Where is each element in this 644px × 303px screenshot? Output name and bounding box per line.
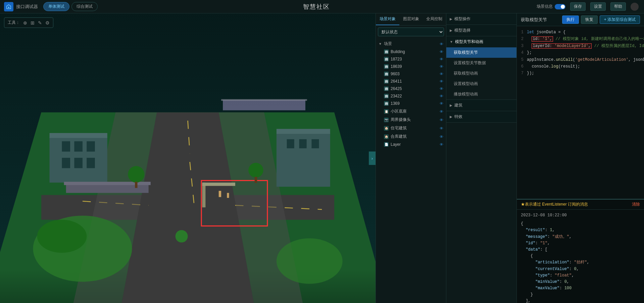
log-timestamp: 2023-12-08 10:22:00 <box>521 212 640 219</box>
tree-item-building[interactable]: 🏢 Building 👁 <box>376 48 446 55</box>
tree-item-perimeter-camera[interactable]: 📷 周界摄像头 👁 <box>376 116 446 124</box>
tree-item-9603[interactable]: 🏢 9603 👁 <box>376 70 446 78</box>
item-9603-eye[interactable]: 👁 <box>440 72 443 76</box>
warehouse-icon: 🏠 <box>384 134 389 139</box>
svg-rect-26 <box>299 139 307 148</box>
item-26411-icon: 🏢 <box>384 79 389 84</box>
tool-grid-icon[interactable]: ⊞ <box>31 20 35 26</box>
item-1369-eye[interactable]: 👁 <box>440 101 443 105</box>
help-button[interactable]: 帮助 <box>610 2 626 11</box>
tab-integration-test[interactable]: 综合测试 <box>71 2 98 11</box>
tree-item-23422[interactable]: 🏢 23422 👁 <box>376 92 446 100</box>
restore-button[interactable]: 恢复 <box>581 15 598 24</box>
tab-scene-objects[interactable]: 场景对象 <box>376 13 399 25</box>
code-buttons: 执行 恢复 + 添加至综合测试 <box>562 15 640 24</box>
run-button[interactable]: 执行 <box>562 15 579 24</box>
arrow-icon: ▶ <box>450 17 452 21</box>
api-item-set-animation[interactable]: 设置模型动画 <box>446 79 516 89</box>
perimeter-camera-eye[interactable]: 👁 <box>440 118 443 122</box>
code-line-5: 5 appInstance.uniCall('getModelArticulat… <box>517 56 644 63</box>
item-18639-icon: 🏢 <box>384 64 389 69</box>
api-group-header-model-select[interactable]: ▶ 模型选择 <box>446 25 516 36</box>
item-18639-eye[interactable]: 👁 <box>440 64 443 69</box>
residential-icon: 🏠 <box>384 126 389 131</box>
code-line-2: 2 id: '1', // 模型对象 id, 新建时调用者自己传入的唯一标识, <box>517 36 644 42</box>
tab-unit-test[interactable]: 单体测试 <box>43 2 69 11</box>
tool-crosshair-icon[interactable]: ⊕ <box>23 20 27 26</box>
item-26411-eye[interactable]: 👁 <box>440 79 443 83</box>
api-group-articulation: ▼ 模型关节和动画 获取模型关节 设置模型关节数据 获取模型动画 设置模型动画 … <box>446 36 516 100</box>
item-23422-eye[interactable]: 👁 <box>440 94 443 98</box>
api-group-header-articulation[interactable]: ▼ 模型关节和动画 <box>446 36 516 47</box>
tree-item-26425[interactable]: 🏢 26425 👁 <box>376 85 446 92</box>
svg-rect-19 <box>87 141 95 152</box>
item-18723-icon: 🏢 <box>384 57 389 61</box>
code-header: 获取模型关节 执行 恢复 + 添加至综合测试 <box>517 13 644 26</box>
tool-pen-icon[interactable]: ✎ <box>38 20 42 26</box>
community-base-eye[interactable]: 👁 <box>440 110 443 114</box>
tree-item-community-base[interactable]: 📋 小区底座 👁 <box>376 107 446 116</box>
code-editor[interactable]: 1 let jsonData = { 2 id: '1', // 模型对象 id… <box>517 26 644 199</box>
tab-global-control[interactable]: 全局控制 <box>423 13 446 25</box>
api-group-header-building[interactable]: ▶ 建筑 <box>446 100 516 111</box>
topbar-left: 接口调试器 单体测试 综合测试 <box>0 2 102 11</box>
item-26425-eye[interactable]: 👁 <box>440 87 443 91</box>
layer-icon: 📄 <box>384 142 389 147</box>
api-group-model-select: ▶ 模型选择 <box>446 25 516 36</box>
scene-eye-icon[interactable]: 👁 <box>440 42 443 46</box>
svg-rect-40 <box>255 177 257 183</box>
toggle-switch[interactable] <box>555 4 565 9</box>
scene-3d <box>0 13 376 303</box>
api-item-get-articulation[interactable]: 获取模型关节 <box>446 47 516 58</box>
tree-item-residential[interactable]: 🏠 住宅建筑 👁 <box>376 124 446 132</box>
svg-rect-30 <box>202 183 206 208</box>
community-base-icon: 📋 <box>384 109 389 114</box>
event-log-header: ★表示通过 EventListener 订阅的消息 清除 <box>517 200 644 210</box>
perimeter-camera-icon: 📷 <box>384 118 389 122</box>
svg-rect-31 <box>202 183 235 186</box>
item-18639-label: 18639 <box>391 64 402 69</box>
residential-eye[interactable]: 👁 <box>440 126 443 130</box>
item-18723-eye[interactable]: 👁 <box>440 57 443 61</box>
svg-point-39 <box>248 163 263 178</box>
item-26425-label: 26425 <box>391 86 402 91</box>
app-title: 智慧社区 <box>102 3 531 11</box>
code-line-3: 3 layerId: 'modelLayerId', // 模型所属的图层Id,… <box>517 43 644 49</box>
svg-rect-36 <box>221 99 307 101</box>
tree-group-scene[interactable]: ▼ 场景 👁 <box>376 40 446 48</box>
layer-eye[interactable]: 👁 <box>440 142 443 146</box>
api-item-play-animation[interactable]: 播放模型动画 <box>446 89 516 99</box>
api-item-get-animation[interactable]: 获取模型动画 <box>446 68 516 79</box>
arrow-icon-anim: ▼ <box>450 40 453 44</box>
debugger-title: 接口调试器 <box>16 4 38 10</box>
tree-item-1369[interactable]: 🏢 1369 👁 <box>376 100 446 107</box>
tree-item-26411[interactable]: 🏢 26411 👁 <box>376 78 446 85</box>
tree-item-layer[interactable]: 📄 Layer 👁 <box>376 141 446 148</box>
add-to-integration-button[interactable]: + 添加至综合测试 <box>600 15 640 24</box>
settings-button[interactable]: 设置 <box>590 2 606 11</box>
svg-rect-25 <box>287 139 294 148</box>
save-button[interactable]: 保存 <box>570 2 586 11</box>
event-log-body[interactable]: 2023-12-08 10:22:00 { "result": 1, "mess… <box>517 210 644 303</box>
tree-item-18639[interactable]: 🏢 18639 👁 <box>376 63 446 70</box>
tree-item-18723[interactable]: 🏢 18723 👁 <box>376 55 446 63</box>
tool-settings-icon[interactable]: ⚙ <box>45 20 50 26</box>
viewport-expand-arrow[interactable]: › <box>369 152 376 165</box>
svg-rect-33 <box>227 193 229 198</box>
clear-log-button[interactable]: 清除 <box>632 202 640 207</box>
tree-item-warehouse[interactable]: 🏠 合库建筑 👁 <box>376 132 446 141</box>
right-split: 场景对象 图层对象 全局控制 默认状态 ▼ 场景 👁 <box>376 13 644 303</box>
state-filter-select[interactable]: 默认状态 <box>378 28 444 36</box>
api-panel: ▶ 模型操作 ▶ 模型选择 ▼ 模型关节和动画 <box>446 13 517 303</box>
item-23422-label: 23422 <box>391 94 402 98</box>
api-group-header-effects[interactable]: ▶ 特效 <box>446 111 516 122</box>
tab-layer-objects[interactable]: 图层对象 <box>399 13 423 25</box>
item-1369-label: 1369 <box>391 101 400 106</box>
building-eye-icon[interactable]: 👁 <box>440 50 443 54</box>
scene-info-toggle[interactable]: 场景信息 <box>537 4 565 9</box>
api-group-header-model-ops[interactable]: ▶ 模型操作 <box>446 13 516 25</box>
warehouse-eye[interactable]: 👁 <box>440 135 443 139</box>
log-json-content: { "result": 1, "message": "成功。", "id": "… <box>521 221 640 303</box>
api-item-set-articulation[interactable]: 设置模型关节数据 <box>446 58 516 68</box>
user-avatar[interactable] <box>631 3 639 11</box>
